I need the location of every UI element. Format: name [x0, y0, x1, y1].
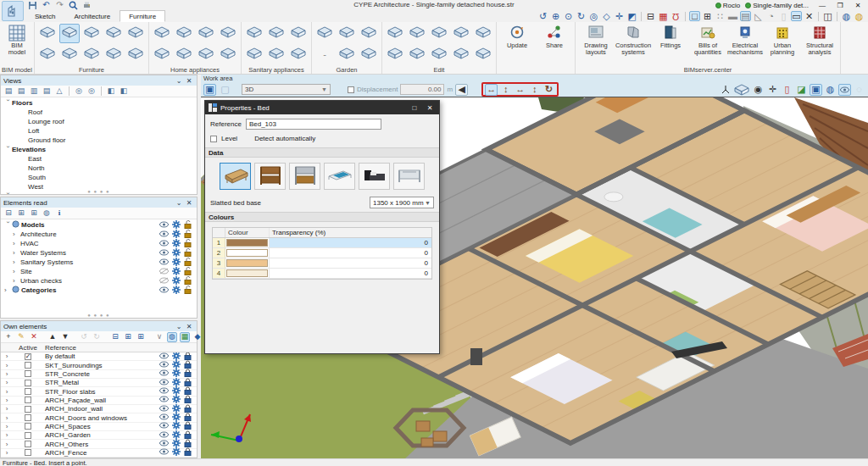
- ribbon-item-construction-systems[interactable]: Construction systems: [615, 23, 651, 65]
- metal-frame-bed-option[interactable]: [393, 163, 425, 190]
- chevron-icon[interactable]: ›: [13, 230, 20, 238]
- active-checkbox[interactable]: [25, 432, 31, 439]
- view-item-north[interactable]: North: [1, 164, 197, 173]
- views-close-button[interactable]: ✕: [184, 77, 194, 85]
- edit-view-icon[interactable]: ▤: [3, 86, 14, 97]
- info-icon[interactable]: i: [54, 208, 64, 219]
- chevron-icon[interactable]: ›: [1, 441, 13, 448]
- ribbon-item-tree[interactable]: [337, 24, 357, 43]
- tree-node-floors[interactable]: ›Floors: [1, 98, 197, 108]
- select-icon[interactable]: ◩: [626, 11, 637, 21]
- elements-read-row-sanitary-systems[interactable]: ›Sanitary Systems: [1, 258, 197, 267]
- zoom-all-icon[interactable]: ⊙: [563, 11, 574, 21]
- ribbon-item-sideboard[interactable]: [125, 45, 146, 64]
- chevron-icon[interactable]: ›: [1, 414, 13, 422]
- elements-read-row-urban-checks[interactable]: ›Urban checks: [1, 276, 197, 286]
- elements-read-row-models[interactable]: ›Models: [1, 220, 197, 230]
- reference-point-icon[interactable]: ✛: [614, 11, 625, 21]
- object-snap-grid-icon[interactable]: ▦: [658, 11, 669, 21]
- own-element-row-arch-fence[interactable]: ›ARCH_Fence: [1, 449, 197, 458]
- active-checkbox[interactable]: [25, 388, 31, 395]
- ribbon-item-extractor-hood[interactable]: [152, 24, 172, 43]
- eye-icon[interactable]: [159, 249, 169, 258]
- view-item-roof[interactable]: Roof: [1, 108, 197, 117]
- comment-icon[interactable]: ▭: [791, 11, 802, 21]
- tab-furniture[interactable]: Furniture: [120, 10, 165, 22]
- ribbon-item-rotate[interactable]: [429, 24, 449, 43]
- chevron-icon[interactable]: ›: [4, 221, 12, 229]
- ribbon-item-pergola[interactable]: [314, 24, 335, 43]
- transfer-up-icon[interactable]: ↺: [79, 332, 89, 342]
- active-checkbox[interactable]: [25, 449, 31, 456]
- metal-bunk-bed-option[interactable]: [289, 163, 320, 190]
- ribbon-item-chair[interactable]: [37, 45, 58, 64]
- colour-row-3[interactable]: 30: [213, 258, 431, 269]
- wooden-bunk-bed-option[interactable]: [254, 163, 286, 190]
- ribbon-item-bidet[interactable]: [288, 24, 309, 43]
- view-item-loft[interactable]: Loft: [1, 126, 197, 136]
- ribbon-item-bathtub[interactable]: [266, 24, 287, 43]
- zoom-window-icon[interactable]: ⊕: [550, 11, 561, 21]
- views-collapse-button[interactable]: ⌄: [174, 77, 184, 85]
- wire-view-icon[interactable]: ∨: [154, 332, 164, 342]
- dot-grid-icon[interactable]: ∷: [715, 11, 726, 21]
- eye-icon[interactable]: [159, 286, 169, 295]
- own-elements-close-button[interactable]: ✕: [184, 323, 194, 330]
- displacement-x-icon[interactable]: ↔: [485, 84, 498, 96]
- screen-icon[interactable]: ▬: [727, 11, 738, 21]
- chevron-icon[interactable]: ›: [1, 397, 13, 404]
- dialog-titlebar[interactable]: Properties - Bed □ ✕: [205, 101, 439, 114]
- displacement-checkbox[interactable]: [348, 86, 354, 93]
- grid-icon[interactable]: ⊞: [702, 11, 713, 21]
- ribbon-item-shower[interactable]: [288, 45, 309, 64]
- visibility-eye-icon[interactable]: [838, 84, 851, 96]
- displacement-y-icon[interactable]: ↕: [499, 84, 512, 96]
- expand-all-icon[interactable]: ⊞: [16, 208, 26, 219]
- elements-read-row-architecture[interactable]: ›Architecture: [1, 230, 197, 239]
- copy-view-icon[interactable]: ▥: [29, 86, 39, 97]
- ribbon-item-tv[interactable]: [196, 24, 216, 43]
- zoom-previous-icon[interactable]: ↺: [537, 11, 548, 21]
- transfer-down-icon[interactable]: ↻: [92, 332, 102, 342]
- chevron-icon[interactable]: ›: [1, 423, 13, 430]
- ribbon-item-symmetry[interactable]: [429, 45, 449, 64]
- active-checkbox[interactable]: [25, 362, 31, 369]
- ribbon-item-fridge[interactable]: [174, 24, 194, 43]
- globe-view-icon[interactable]: ◍: [167, 332, 177, 342]
- app-logo-icon[interactable]: [2, 1, 24, 21]
- chevron-icon[interactable]: ›: [4, 99, 12, 107]
- colour-row-2[interactable]: 20: [213, 248, 431, 258]
- apply-displacement-button[interactable]: ◀: [455, 84, 468, 96]
- add-layer-icon[interactable]: +: [3, 332, 14, 342]
- chevron-icon[interactable]: ›: [13, 249, 20, 257]
- globe-orange-icon[interactable]: ◍: [854, 11, 865, 21]
- elements-read-row-categories[interactable]: ›Categories: [1, 286, 197, 295]
- ribbon-item-copy[interactable]: [407, 24, 427, 43]
- edit-layer-icon[interactable]: ✎: [16, 332, 26, 342]
- texture-view-icon[interactable]: ▦: [180, 332, 190, 342]
- ribbon-item-update[interactable]: Update: [499, 23, 535, 65]
- elements-read-row-site[interactable]: ›Site: [1, 267, 197, 276]
- clock-icon[interactable]: ◔: [765, 11, 776, 21]
- ribbon-item-parasol[interactable]: [337, 45, 357, 64]
- ribbon-item-dimension[interactable]: [473, 24, 493, 43]
- reference-input[interactable]: Bed_103: [246, 119, 381, 130]
- eye-off-icon[interactable]: [159, 277, 169, 286]
- single-window-icon[interactable]: ▣: [203, 84, 216, 96]
- ribbon-item-match[interactable]: [451, 45, 471, 64]
- elements-read-close-button[interactable]: ✕: [184, 199, 194, 207]
- active-checkbox[interactable]: [25, 370, 31, 377]
- modern-dark-bed-option[interactable]: [359, 163, 390, 190]
- cut-icon[interactable]: ✕: [804, 11, 815, 21]
- view-item-lounge-roof[interactable]: Lounge roof: [1, 117, 197, 126]
- colour-swatch[interactable]: [225, 269, 270, 278]
- user-chip[interactable]: Rocio: [715, 2, 740, 9]
- ribbon-item-erase[interactable]: [385, 45, 405, 64]
- print-layout-icon[interactable]: ◧: [106, 86, 116, 97]
- view-selector[interactable]: 3D▼: [242, 84, 331, 95]
- chevron-icon[interactable]: ›: [13, 277, 20, 285]
- colour-row-1[interactable]: 10: [213, 238, 431, 248]
- displacement-input[interactable]: 0.00: [400, 84, 444, 95]
- ribbon-item-electrical-mechanisms[interactable]: Electrical mechanisms: [727, 23, 763, 65]
- zoom-scale-icon[interactable]: ◎: [588, 11, 599, 21]
